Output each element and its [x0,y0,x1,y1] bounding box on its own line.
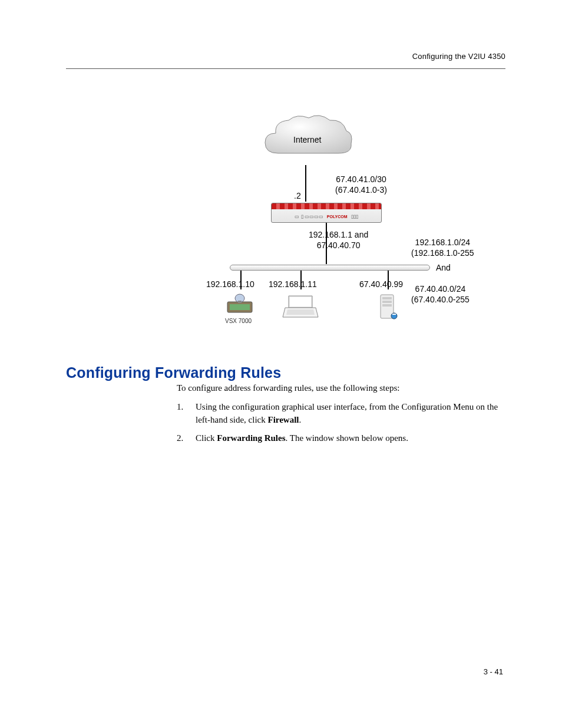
vsx-device-label: VSX 7000 [225,318,252,324]
wan-subnet-label: 67.40.41.0/30 (67.40.41.0-3) [335,174,387,195]
step-2: 2. Click Forwarding Rules. The window sh… [177,432,505,445]
laptop-device-icon [282,294,319,319]
router-ip-line2: 67.40.40.70 [317,241,361,250]
svg-rect-6 [382,301,392,303]
host1-ip-label: 192.168.1.10 [206,279,254,289]
section-heading: Configuring Forwarding Rules [66,364,281,381]
intro-paragraph: To configure address forwarding rules, u… [177,382,505,395]
svg-rect-3 [238,301,242,303]
step-2-number: 2. [177,432,196,445]
step-2-bold: Forwarding Rules [217,433,285,443]
network-diagram: Internet 67.40.41.0/30 (67.40.41.0-3) .2… [199,108,501,332]
lan-subnet-2-cidr: 67.40.40.0/24 [415,284,466,294]
svg-rect-5 [382,297,392,299]
router-lan-ip-label: 192.168.1.1 and 67.40.40.70 [309,230,368,251]
router-brand-label: POLYCOM [327,215,348,219]
svg-rect-7 [382,304,392,307]
host3-ip-label: 67.40.40.99 [359,279,403,289]
step-1-bold: Firewall [267,415,299,424]
svg-rect-1 [230,304,250,310]
step-1-text: Using the configuration graphical user i… [196,401,505,427]
lan-subnet-1-range: (192.168.1.0-255 [411,248,474,258]
vsx-device-icon [224,294,256,317]
step-2-text-c: . The window shown below opens. [286,433,408,443]
internet-label: Internet [293,135,321,144]
step-2-text: Click Forwarding Rules. The window shown… [196,432,505,445]
router-device-icon: ▭ ▯ ▭▭▭▭ POLYCOM ▯▯▯ [271,203,382,223]
lan-subnet-1-label: 192.168.1.0/24 (192.168.1.0-255 [411,238,474,258]
lan-subnet-2-range: (67.40.40.0-255 [411,295,470,304]
steps-list: 1. Using the configuration graphical use… [177,401,505,445]
router-ip-line1: 192.168.1.1 and [309,230,368,239]
wan-host-label: .2 [294,191,301,200]
step-1-text-a: Using the configuration graphical user i… [196,402,498,424]
and-label: And [436,263,451,272]
uplink-line [305,165,306,202]
wan-subnet-range: (67.40.41.0-3) [335,185,387,195]
running-header: Configuring the V2IU 4350 [412,52,505,61]
step-2-text-a: Click [196,433,217,443]
step-1-number: 1. [177,401,196,427]
server-device-icon [376,294,399,321]
lan-subnet-2-label: 67.40.40.0/24 (67.40.40.0-255 [411,284,470,305]
page-number: 3 - 41 [484,667,503,676]
lan-bus-icon [230,265,430,271]
host2-ip-label: 192.168.1.11 [269,279,317,289]
header-rule [66,68,505,69]
svg-rect-9 [392,314,396,315]
wan-subnet-cidr: 67.40.41.0/30 [336,174,386,184]
body-content: To configure address forwarding rules, u… [177,382,505,451]
step-1: 1. Using the configuration graphical use… [177,401,505,427]
step-1-text-c: . [299,415,302,424]
lan-subnet-1-cidr: 192.168.1.0/24 [415,238,470,247]
